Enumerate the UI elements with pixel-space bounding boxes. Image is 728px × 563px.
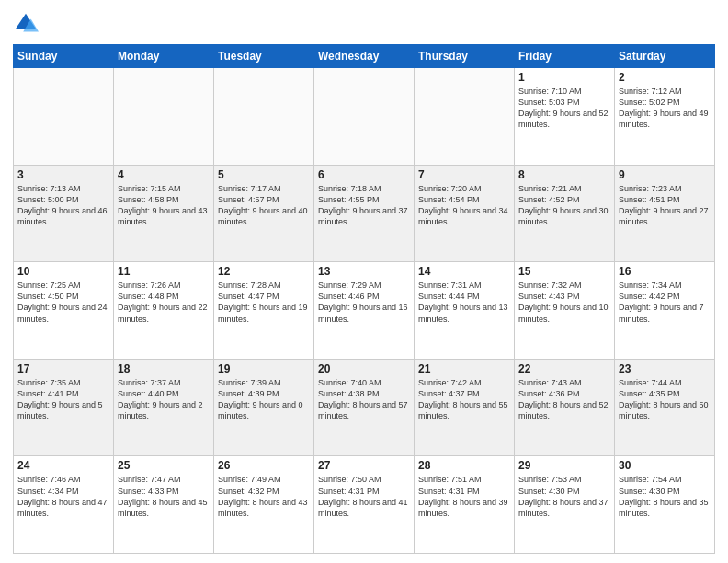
calendar-cell: 18Sunrise: 7:37 AM Sunset: 4:40 PM Dayli… [114,359,214,456]
day-info: Sunrise: 7:32 AM Sunset: 4:43 PM Dayligh… [518,280,610,325]
calendar-cell: 10Sunrise: 7:25 AM Sunset: 4:50 PM Dayli… [14,262,114,360]
calendar-cell: 4Sunrise: 7:15 AM Sunset: 4:58 PM Daylig… [114,165,214,262]
calendar-cell: 16Sunrise: 7:34 AM Sunset: 4:42 PM Dayli… [615,262,715,360]
calendar-cell: 29Sunrise: 7:53 AM Sunset: 4:30 PM Dayli… [515,456,615,554]
day-number: 19 [218,362,310,375]
calendar-cell: 1Sunrise: 7:10 AM Sunset: 5:03 PM Daylig… [515,68,615,166]
day-number: 21 [418,362,510,375]
day-number: 18 [118,362,210,375]
day-number: 4 [118,168,210,181]
col-header-tuesday: Tuesday [214,45,314,68]
day-number: 29 [518,459,610,472]
header [13,11,715,37]
calendar-cell: 28Sunrise: 7:51 AM Sunset: 4:31 PM Dayli… [415,456,515,554]
calendar-week-1: 3Sunrise: 7:13 AM Sunset: 5:00 PM Daylig… [14,165,715,262]
day-number: 6 [318,168,410,181]
calendar-cell: 19Sunrise: 7:39 AM Sunset: 4:39 PM Dayli… [214,359,314,456]
calendar-cell: 7Sunrise: 7:20 AM Sunset: 4:54 PM Daylig… [415,165,515,262]
day-number: 28 [418,459,510,472]
day-number: 25 [118,459,210,472]
day-info: Sunrise: 7:40 AM Sunset: 4:38 PM Dayligh… [318,377,410,422]
calendar-cell: 27Sunrise: 7:50 AM Sunset: 4:31 PM Dayli… [314,456,415,554]
day-info: Sunrise: 7:54 AM Sunset: 4:30 PM Dayligh… [619,474,711,519]
calendar-cell: 24Sunrise: 7:46 AM Sunset: 4:34 PM Dayli… [14,456,114,554]
day-number: 1 [518,71,610,84]
calendar-table: SundayMondayTuesdayWednesdayThursdayFrid… [13,44,715,554]
day-number: 27 [318,459,410,472]
calendar-cell: 5Sunrise: 7:17 AM Sunset: 4:57 PM Daylig… [214,165,314,262]
col-header-wednesday: Wednesday [314,45,415,68]
col-header-friday: Friday [515,45,615,68]
day-info: Sunrise: 7:15 AM Sunset: 4:58 PM Dayligh… [118,183,210,228]
day-info: Sunrise: 7:44 AM Sunset: 4:35 PM Dayligh… [619,377,711,422]
day-info: Sunrise: 7:13 AM Sunset: 5:00 PM Dayligh… [17,183,109,228]
calendar-cell: 15Sunrise: 7:32 AM Sunset: 4:43 PM Dayli… [515,262,615,360]
day-number: 26 [218,459,310,472]
calendar-week-2: 10Sunrise: 7:25 AM Sunset: 4:50 PM Dayli… [14,262,715,360]
calendar-cell: 9Sunrise: 7:23 AM Sunset: 4:51 PM Daylig… [615,165,715,262]
day-number: 22 [518,362,610,375]
col-header-thursday: Thursday [415,45,515,68]
col-header-sunday: Sunday [14,45,114,68]
col-header-saturday: Saturday [615,45,715,68]
day-info: Sunrise: 7:49 AM Sunset: 4:32 PM Dayligh… [218,474,310,519]
calendar-cell: 11Sunrise: 7:26 AM Sunset: 4:48 PM Dayli… [114,262,214,360]
day-info: Sunrise: 7:26 AM Sunset: 4:48 PM Dayligh… [118,280,210,325]
calendar-cell: 6Sunrise: 7:18 AM Sunset: 4:55 PM Daylig… [314,165,415,262]
logo [13,11,42,37]
calendar-cell [415,68,515,166]
calendar-cell [214,68,314,166]
day-info: Sunrise: 7:18 AM Sunset: 4:55 PM Dayligh… [318,183,410,228]
calendar-cell: 12Sunrise: 7:28 AM Sunset: 4:47 PM Dayli… [214,262,314,360]
day-number: 16 [619,265,711,278]
calendar-cell: 13Sunrise: 7:29 AM Sunset: 4:46 PM Dayli… [314,262,415,360]
day-info: Sunrise: 7:50 AM Sunset: 4:31 PM Dayligh… [318,474,410,519]
day-number: 8 [518,168,610,181]
day-number: 9 [619,168,711,181]
day-info: Sunrise: 7:12 AM Sunset: 5:02 PM Dayligh… [619,86,711,131]
day-info: Sunrise: 7:47 AM Sunset: 4:33 PM Dayligh… [118,474,210,519]
logo-icon [13,11,39,37]
day-info: Sunrise: 7:42 AM Sunset: 4:37 PM Dayligh… [418,377,510,422]
day-number: 13 [318,265,410,278]
day-info: Sunrise: 7:28 AM Sunset: 4:47 PM Dayligh… [218,280,310,325]
calendar-week-0: 1Sunrise: 7:10 AM Sunset: 5:03 PM Daylig… [14,68,715,166]
day-info: Sunrise: 7:37 AM Sunset: 4:40 PM Dayligh… [118,377,210,422]
day-number: 30 [619,459,711,472]
day-info: Sunrise: 7:35 AM Sunset: 4:41 PM Dayligh… [17,377,109,422]
calendar-cell: 8Sunrise: 7:21 AM Sunset: 4:52 PM Daylig… [515,165,615,262]
day-info: Sunrise: 7:17 AM Sunset: 4:57 PM Dayligh… [218,183,310,228]
calendar-cell: 26Sunrise: 7:49 AM Sunset: 4:32 PM Dayli… [214,456,314,554]
day-info: Sunrise: 7:25 AM Sunset: 4:50 PM Dayligh… [17,280,109,325]
day-info: Sunrise: 7:20 AM Sunset: 4:54 PM Dayligh… [418,183,510,228]
calendar-cell: 2Sunrise: 7:12 AM Sunset: 5:02 PM Daylig… [615,68,715,166]
calendar-cell: 21Sunrise: 7:42 AM Sunset: 4:37 PM Dayli… [415,359,515,456]
calendar-cell: 30Sunrise: 7:54 AM Sunset: 4:30 PM Dayli… [615,456,715,554]
day-number: 15 [518,265,610,278]
day-number: 11 [118,265,210,278]
day-number: 2 [619,71,711,84]
calendar-cell: 25Sunrise: 7:47 AM Sunset: 4:33 PM Dayli… [114,456,214,554]
calendar-cell: 20Sunrise: 7:40 AM Sunset: 4:38 PM Dayli… [314,359,415,456]
calendar-cell: 17Sunrise: 7:35 AM Sunset: 4:41 PM Dayli… [14,359,114,456]
calendar-header-row: SundayMondayTuesdayWednesdayThursdayFrid… [14,45,715,68]
day-info: Sunrise: 7:39 AM Sunset: 4:39 PM Dayligh… [218,377,310,422]
day-number: 23 [619,362,711,375]
day-info: Sunrise: 7:46 AM Sunset: 4:34 PM Dayligh… [17,474,109,519]
day-info: Sunrise: 7:43 AM Sunset: 4:36 PM Dayligh… [518,377,610,422]
day-info: Sunrise: 7:21 AM Sunset: 4:52 PM Dayligh… [518,183,610,228]
calendar-cell [314,68,415,166]
calendar-cell: 22Sunrise: 7:43 AM Sunset: 4:36 PM Dayli… [515,359,615,456]
day-number: 10 [17,265,109,278]
calendar-cell [14,68,114,166]
day-number: 17 [17,362,109,375]
day-number: 3 [17,168,109,181]
day-info: Sunrise: 7:34 AM Sunset: 4:42 PM Dayligh… [619,280,711,325]
day-info: Sunrise: 7:53 AM Sunset: 4:30 PM Dayligh… [518,474,610,519]
day-number: 20 [318,362,410,375]
day-number: 14 [418,265,510,278]
day-number: 12 [218,265,310,278]
day-info: Sunrise: 7:29 AM Sunset: 4:46 PM Dayligh… [318,280,410,325]
col-header-monday: Monday [114,45,214,68]
calendar-cell: 23Sunrise: 7:44 AM Sunset: 4:35 PM Dayli… [615,359,715,456]
